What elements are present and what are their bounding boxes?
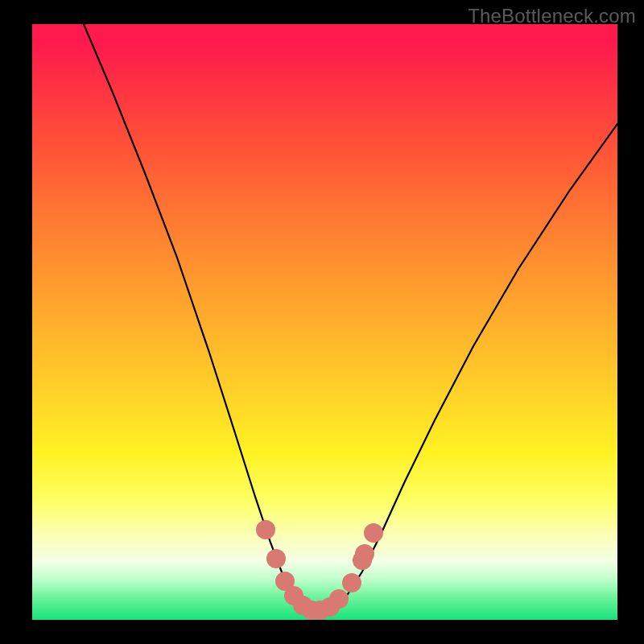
curve-svg	[32, 24, 617, 620]
highlight-dot	[364, 523, 383, 543]
bottleneck-curve	[84, 24, 617, 612]
highlight-dot	[342, 573, 361, 592]
plot-area	[32, 24, 617, 620]
highlight-dot	[266, 549, 286, 568]
highlight-dot	[353, 551, 372, 570]
highlight-dot	[329, 589, 349, 609]
chart-stage: TheBottleneck.com	[0, 0, 644, 644]
highlight-dot	[256, 520, 275, 539]
highlight-dots	[256, 520, 383, 620]
